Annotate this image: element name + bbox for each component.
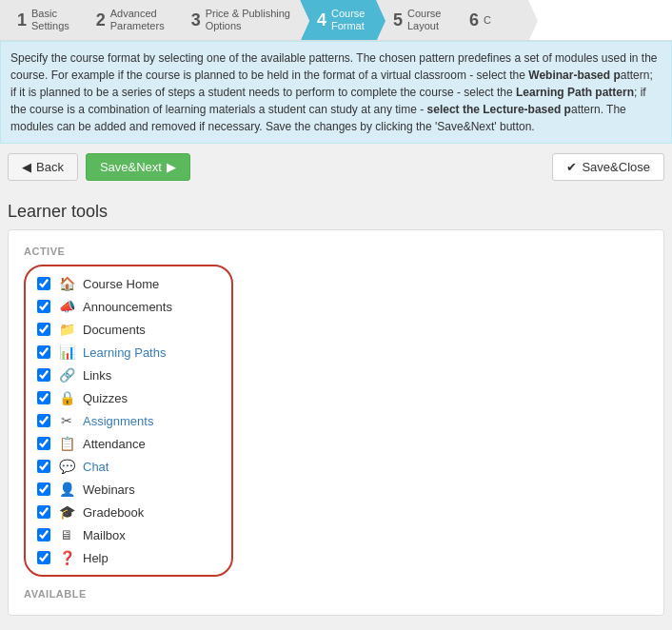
back-button[interactable]: ◀ Back <box>8 153 78 181</box>
tool-icon: 🏠 <box>58 276 75 291</box>
save-close-label: Save&Close <box>582 160 650 174</box>
tool-name: Chat <box>83 460 109 474</box>
tool-checkbox[interactable] <box>37 505 50 519</box>
tool-checkbox[interactable] <box>37 482 50 496</box>
tool-icon: ✂ <box>58 413 75 428</box>
tool-name: Gradebook <box>83 505 144 520</box>
tool-name: Quizzes <box>83 391 128 405</box>
tool-name: Links <box>83 368 111 383</box>
tool-checkbox[interactable] <box>37 414 50 427</box>
tool-icon: 💬 <box>58 459 75 474</box>
tool-icon: 📁 <box>58 322 75 337</box>
step-num: 6 <box>469 11 479 29</box>
tool-icon: 🔒 <box>58 390 75 405</box>
tool-name: Learning Paths <box>83 345 166 360</box>
active-label: ACTIVE <box>24 246 648 257</box>
tool-checkbox[interactable] <box>37 437 50 450</box>
tool-item: 🏠 Course Home <box>35 272 222 295</box>
tool-name: Attendance <box>83 437 146 451</box>
breadcrumb-step-0[interactable]: 1 BasicSettings <box>0 0 79 40</box>
step-label: C <box>484 14 491 27</box>
section-title: Learner tools <box>0 190 672 229</box>
toolbar-left: ◀ Back Save&Next ▶ <box>8 153 190 181</box>
tool-icon: 🎓 <box>58 504 75 520</box>
step-label: BasicSettings <box>31 8 69 32</box>
tool-item: 🔒 Quizzes <box>35 386 222 409</box>
tool-checkbox[interactable] <box>37 551 50 564</box>
tool-checkbox[interactable] <box>37 300 50 313</box>
breadcrumb-step-5[interactable]: 6 C <box>452 0 528 40</box>
step-label: AdvancedParameters <box>110 8 165 32</box>
breadcrumb-step-2[interactable]: 3 Price & PublishingOptions <box>174 0 300 40</box>
info-box: Specify the course format by selecting o… <box>0 41 672 144</box>
step-label: CourseLayout <box>407 8 441 32</box>
tool-icon: 📊 <box>58 345 75 360</box>
tool-name: Webinars <box>83 482 135 497</box>
tool-name: Mailbox <box>83 528 126 542</box>
tool-icon: 👤 <box>58 482 75 497</box>
tool-item: 📁 Documents <box>35 318 222 341</box>
tool-icon: 🔗 <box>58 367 75 383</box>
learner-tools-card: ACTIVE 🏠 Course Home 📣 Announcements 📁 D… <box>8 229 664 616</box>
save-next-arrow-icon: ▶ <box>167 160 176 174</box>
available-label: AVAILABLE <box>24 588 648 600</box>
tool-checkbox[interactable] <box>37 277 50 290</box>
tool-icon: 🖥 <box>58 527 75 542</box>
step-num: 4 <box>317 11 326 29</box>
tool-name: Announcements <box>83 300 172 314</box>
save-next-button[interactable]: Save&Next ▶ <box>86 153 190 181</box>
tool-checkbox[interactable] <box>37 368 50 382</box>
tool-icon: 📣 <box>58 299 75 314</box>
tool-icon: ❓ <box>58 550 75 565</box>
toolbar: ◀ Back Save&Next ▶ ✔ Save&Close <box>0 144 672 190</box>
tool-list: 🏠 Course Home 📣 Announcements 📁 Document… <box>24 265 233 577</box>
tool-name: Course Home <box>83 277 159 291</box>
tool-checkbox[interactable] <box>37 460 50 473</box>
breadcrumb-step-3[interactable]: 4 CourseFormat <box>300 0 376 40</box>
tool-name: Assignments <box>83 414 153 428</box>
breadcrumb: 1 BasicSettings 2 AdvancedParameters 3 P… <box>0 0 672 41</box>
checkmark-icon: ✔ <box>566 160 577 174</box>
breadcrumb-step-1[interactable]: 2 AdvancedParameters <box>79 0 174 40</box>
step-num: 2 <box>96 11 106 29</box>
tool-item: 👤 Webinars <box>35 478 222 501</box>
tool-checkbox[interactable] <box>37 323 50 336</box>
breadcrumb-step-4[interactable]: 5 CourseLayout <box>376 0 452 40</box>
tool-checkbox[interactable] <box>37 391 50 404</box>
tool-checkbox[interactable] <box>37 345 50 359</box>
step-num: 3 <box>191 11 201 29</box>
save-next-label: Save&Next <box>100 160 162 174</box>
tool-item: 🖥 Mailbox <box>35 523 222 546</box>
tool-item: 📣 Announcements <box>35 295 222 318</box>
save-close-button[interactable]: ✔ Save&Close <box>552 153 664 181</box>
step-num: 5 <box>393 11 403 29</box>
tool-item: ❓ Help <box>35 546 222 569</box>
back-arrow-icon: ◀ <box>22 160 31 174</box>
step-num: 1 <box>17 11 27 29</box>
tool-item: 📋 Attendance <box>35 432 222 455</box>
tool-name: Documents <box>83 323 146 337</box>
tool-item: 🎓 Gradebook <box>35 501 222 523</box>
tool-icon: 📋 <box>58 436 75 451</box>
tool-checkbox[interactable] <box>37 528 50 541</box>
tool-name: Help <box>83 551 109 565</box>
toolbar-right: ✔ Save&Close <box>552 153 664 181</box>
tool-item: 📊 Learning Paths <box>35 341 222 364</box>
tool-item: ✂ Assignments <box>35 409 222 432</box>
tool-item: 💬 Chat <box>35 455 222 478</box>
step-label: CourseFormat <box>331 8 365 32</box>
step-label: Price & PublishingOptions <box>206 8 290 32</box>
tool-item: 🔗 Links <box>35 364 222 386</box>
back-label: Back <box>36 160 64 174</box>
